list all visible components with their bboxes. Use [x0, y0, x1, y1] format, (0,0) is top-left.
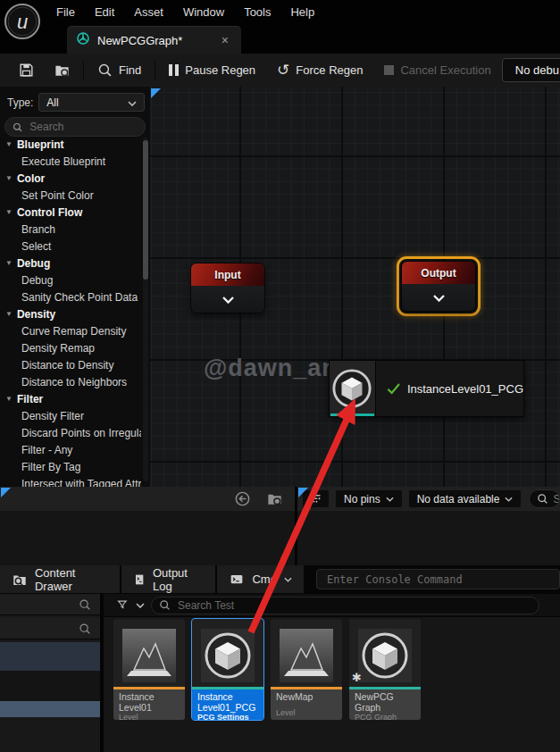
search-icon: [79, 622, 91, 635]
palette-scrollbar-thumb[interactable]: [143, 140, 148, 280]
output-log-button[interactable]: Output Log: [121, 565, 216, 593]
data-dropdown[interactable]: No data available: [408, 489, 522, 508]
asset-tile[interactable]: NewMap Level ✱: [271, 619, 342, 720]
tree-expand-arrow-icon[interactable]: ▼: [5, 174, 13, 182]
palette-node-item[interactable]: ▼ Debug: [0, 255, 141, 272]
palette-node-item[interactable]: ▼ Distance to Density: [0, 356, 141, 373]
palette-node-item[interactable]: ▼ Control Flow: [0, 204, 141, 221]
asset-tile[interactable]: Instance Level01 Level ✱: [113, 619, 185, 720]
debug-object-label: No debu: [515, 63, 559, 77]
folder-search-icon[interactable]: [265, 490, 284, 507]
favorites-search-box[interactable]: [0, 594, 100, 615]
palette-node-item[interactable]: ▼ Color: [0, 170, 141, 187]
attributes-panel: No pins No data available Search: [297, 487, 560, 565]
force-regen-label: Force Regen: [296, 63, 363, 77]
paths-search-box[interactable]: [0, 618, 100, 639]
palette-node-item[interactable]: ▼ Filter - Any: [0, 441, 141, 458]
cmd-label: Cmd: [252, 572, 276, 586]
tab-newpcggraph[interactable]: NewPCGGraph* ×: [67, 26, 241, 54]
tree-expand-arrow-icon[interactable]: ▼: [5, 310, 13, 318]
folder-row-highlighted[interactable]: [0, 642, 100, 671]
asset-type: Level: [276, 708, 337, 717]
menu-item[interactable]: Asset: [124, 5, 173, 19]
browse-to-asset-button[interactable]: [44, 54, 80, 87]
menu-item[interactable]: Help: [280, 5, 324, 19]
palette-search-input[interactable]: [28, 120, 138, 134]
tree-expand-arrow-icon[interactable]: ▼: [5, 208, 13, 216]
output-log-icon: [133, 572, 146, 588]
output-node[interactable]: Output: [401, 261, 476, 312]
palette-node-label: Blueprint: [17, 138, 64, 151]
palette-node-label: Density: [17, 308, 55, 321]
debug-object-selector[interactable]: No debu: [502, 58, 560, 82]
content-drawer-sources-panel: [0, 594, 102, 752]
svg-text:u: u: [17, 11, 28, 33]
palette-node-item[interactable]: ▼ Filter By Tag: [0, 458, 141, 475]
palette-node-item[interactable]: ▼ Discard Points on Irregular: [0, 424, 141, 441]
tree-expand-arrow-icon[interactable]: ▼: [5, 395, 13, 403]
palette-node-item[interactable]: ▼ Blueprint: [0, 136, 141, 153]
attributes-search-box[interactable]: Search: [529, 489, 560, 508]
graph-canvas[interactable]: @dawn_ar Input Output: [150, 87, 560, 487]
palette-node-item[interactable]: ▼ Distance to Neighbors: [0, 373, 141, 390]
asset-name: NewMap: [276, 691, 337, 702]
palette-node-item[interactable]: ▼ Debug: [0, 272, 141, 288]
palette-node-item[interactable]: ▼ Select: [0, 238, 141, 255]
palette-node-item[interactable]: ▼ Density Remap: [0, 339, 141, 356]
console-command-box[interactable]: [316, 569, 560, 589]
content-drawer-button[interactable]: Content Drawer: [0, 565, 120, 593]
tree-expand-arrow-icon[interactable]: ▼: [5, 140, 13, 148]
palette-node-item[interactable]: ▼ Execute Blueprint: [0, 153, 141, 170]
palette-node-item[interactable]: ▼ Branch: [0, 221, 141, 238]
console-command-input[interactable]: [325, 572, 551, 587]
asset-search-input[interactable]: [176, 598, 531, 613]
dragged-pcg-settings-node[interactable]: InstanceLevel01_PCG: [329, 360, 524, 417]
folder-row-selected[interactable]: [0, 701, 100, 717]
pins-dropdown-label: No pins: [344, 493, 380, 506]
palette-node-label: Discard Points on Irregular: [21, 427, 141, 439]
palette-node-item[interactable]: ▼ Set Point Color: [0, 187, 141, 204]
asset-label: Instance Level01_PCG PCG Settings: [192, 689, 263, 720]
unreal-logo-icon[interactable]: u: [4, 3, 41, 40]
asset-thumbnail: [280, 629, 333, 682]
pins-dropdown[interactable]: No pins: [335, 489, 403, 508]
menu-item[interactable]: Tools: [234, 5, 280, 19]
palette-node-item[interactable]: ▼ Curve Remap Density: [0, 322, 141, 339]
palette-node-label: Select: [21, 240, 51, 253]
pause-regen-button[interactable]: Pause Regen: [158, 54, 266, 87]
attributes-panel-header: No pins No data available Search: [297, 487, 560, 511]
find-button[interactable]: Find: [87, 54, 152, 87]
palette-node-item[interactable]: ▼ Sanity Check Point Data: [0, 288, 141, 305]
palette-node-label: Sanity Check Point Data: [21, 291, 138, 304]
back-circle-icon[interactable]: [234, 490, 251, 507]
folder-row[interactable]: [0, 671, 100, 701]
filter-icon[interactable]: [116, 598, 130, 612]
asset-tiles: Instance Level01 Level ✱: [113, 619, 421, 720]
chevron-down-icon[interactable]: [136, 603, 145, 608]
input-node[interactable]: Input: [190, 263, 265, 313]
force-regen-button[interactable]: ↺ Force Regen: [266, 54, 373, 87]
input-node-body[interactable]: [191, 286, 264, 313]
cmd-button[interactable]: Cmd: [217, 565, 303, 593]
tab-close-icon[interactable]: ×: [218, 33, 232, 47]
palette-search-box[interactable]: [4, 117, 146, 137]
pause-icon: [169, 64, 179, 76]
tab-strip: NewPCGGraph* ×: [0, 24, 560, 54]
palette-node-item[interactable]: ▼ Density: [0, 305, 141, 322]
palette-node-item[interactable]: ▼ Intersect with Tagged Attr: [0, 475, 141, 487]
palette-node-item[interactable]: ▼ Filter: [0, 390, 141, 407]
menu-item[interactable]: Edit: [85, 5, 124, 19]
palette-node-item[interactable]: ▼ Density Filter: [0, 407, 141, 424]
asset-search-box[interactable]: [151, 597, 539, 614]
pause-regen-label: Pause Regen: [185, 63, 255, 77]
chevron-down-icon: [284, 577, 292, 582]
menu-item[interactable]: File: [46, 5, 85, 19]
tree-expand-arrow-icon[interactable]: ▼: [5, 259, 13, 267]
menu-item[interactable]: Window: [173, 5, 234, 19]
asset-tile[interactable]: NewPCG Graph PCG Graph ✱: [349, 619, 421, 720]
type-filter-dropdown[interactable]: All: [38, 93, 145, 112]
save-button[interactable]: [9, 54, 44, 87]
output-node-body[interactable]: [402, 284, 475, 312]
type-label: Type:: [7, 96, 33, 109]
asset-tile[interactable]: Instance Level01_PCG PCG Settings ✱: [192, 619, 263, 720]
